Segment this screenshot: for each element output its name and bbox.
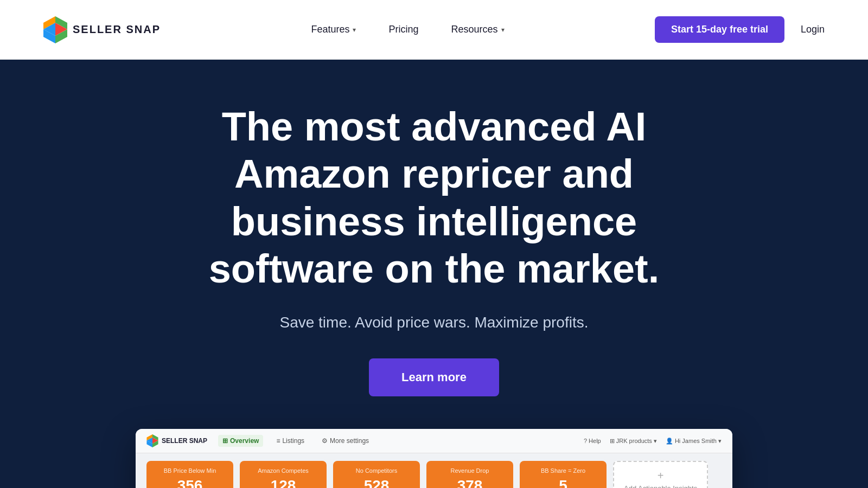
navbar: SELLER SNAP Features ▾ Pricing Resources… [0, 0, 868, 60]
nav-right: Start 15-day free trial Login [655, 16, 825, 43]
dashboard-preview: SELLER SNAP ⊞ Overview ≡ Listings ⚙ More… [136, 429, 732, 488]
login-button[interactable]: Login [801, 24, 825, 35]
nav-item-resources[interactable]: Resources ▾ [451, 24, 504, 35]
dashboard-nav-right: ? Help ⊞ JRK products ▾ 👤 Hi James Smith… [584, 438, 722, 445]
nav-item-features[interactable]: Features ▾ [311, 24, 356, 35]
nav-item-pricing[interactable]: Pricing [388, 24, 418, 35]
chevron-down-icon: ▾ [501, 26, 505, 34]
learn-more-button[interactable]: Learn more [369, 358, 499, 396]
nav-links: Features ▾ Pricing Resources ▾ [311, 24, 504, 35]
dashboard-user[interactable]: 👤 Hi James Smith ▾ [666, 438, 722, 445]
insight-card-3[interactable]: Revenue Drop 378 [426, 461, 513, 488]
hero-subtext: Save time. Avoid price wars. Maximize pr… [279, 314, 588, 331]
dashboard-nav-overview[interactable]: ⊞ Overview [218, 435, 263, 447]
insight-card-1[interactable]: Amazon Competes 128 [240, 461, 327, 488]
dashboard-topbar: SELLER SNAP ⊞ Overview ≡ Listings ⚙ More… [136, 429, 732, 453]
dashboard-nav: ⊞ Overview ≡ Listings ⚙ More settings [218, 435, 573, 447]
insight-card-2[interactable]: No Competitors 528 [333, 461, 420, 488]
insight-card-0[interactable]: BB Price Below Min 356 [146, 461, 233, 488]
logo-text: SELLER SNAP [73, 23, 161, 36]
dashboard-help[interactable]: ? Help [584, 438, 601, 444]
logo-icon [43, 16, 67, 43]
dashboard-logo: SELLER SNAP [146, 434, 207, 447]
add-insight-button[interactable]: + Add Actionable Insights [613, 461, 708, 488]
hero-headline: The most advanced AI Amazon repricer and… [163, 103, 705, 292]
dashboard-products[interactable]: ⊞ JRK products ▾ [610, 438, 657, 445]
dashboard-nav-listings[interactable]: ≡ Listings [272, 435, 309, 447]
trial-button[interactable]: Start 15-day free trial [655, 16, 784, 43]
dashboard-cards: BB Price Below Min 356 Amazon Competes 1… [136, 453, 732, 488]
plus-icon: + [658, 470, 664, 482]
hero-section: The most advanced AI Amazon repricer and… [0, 60, 868, 488]
chevron-down-icon: ▾ [353, 26, 356, 34]
dashboard-nav-settings[interactable]: ⚙ More settings [317, 435, 373, 447]
dashboard-logo-icon [146, 434, 158, 447]
insight-card-4[interactable]: BB Share = Zero 5 [520, 461, 607, 488]
logo[interactable]: SELLER SNAP [43, 16, 161, 43]
